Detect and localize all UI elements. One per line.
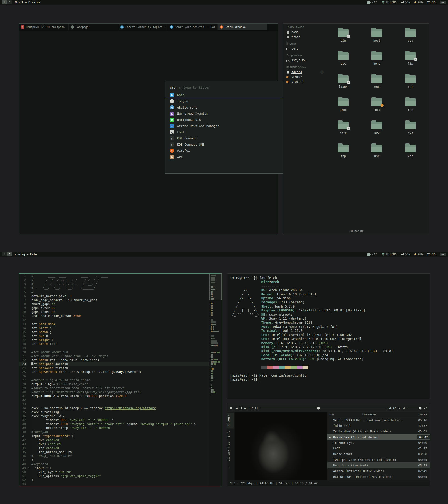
column-header-artist[interactable]: рои: [329, 413, 334, 416]
side-tab-r[interactable]: r: [227, 464, 234, 470]
playlist-row[interactable]: RAY OF HOPE (Official Music Video)03:05: [327, 474, 430, 480]
workspace-button-1[interactable]: 1: [2, 252, 6, 256]
launcher-item[interactable]: ▯KDE Connect SMS: [165, 141, 283, 148]
places-item-sdcard[interactable]: sdcard: [286, 70, 324, 74]
column-header-length[interactable]: Длина: [419, 413, 427, 416]
playlist-row[interactable]: In My Mind (Official Music Video)03:01: [327, 429, 430, 434]
playlist-header: рои Название Длина: [327, 412, 430, 417]
qbittorrent-icon: q: [170, 105, 174, 109]
launcher-item[interactable]: AArk: [165, 154, 283, 160]
code-line: 32: [19, 398, 209, 402]
folder-item[interactable]: dev: [395, 28, 426, 51]
keyboard-layout-indicator[interactable]: us: [440, 253, 446, 256]
launcher-item[interactable]: qqBittorrent: [165, 104, 283, 111]
keyboard-layout-indicator[interactable]: us: [440, 1, 446, 4]
volume-widget[interactable]: 50%: [401, 1, 410, 4]
minimap-viewport[interactable]: [209, 274, 222, 300]
code-line: 28output * bg #1E1E20 solid_color: [19, 382, 209, 386]
folder-item[interactable]: ↗sbin: [328, 120, 358, 143]
volume-slider[interactable]: [407, 408, 422, 408]
playlist-row[interactable]: Twilight Zone (Moldavite Edit/Remix)03:0…: [327, 457, 430, 463]
firefox-favicon: f: [220, 25, 223, 29]
eject-icon[interactable]: [320, 71, 324, 74]
code-text: set $up k: [31, 334, 209, 338]
playlist-row[interactable]: In Your Eyes04:00: [327, 440, 430, 445]
places-item-home[interactable]: home: [286, 30, 324, 35]
playlist-row[interactable]: [Midnight]17:57: [327, 423, 430, 428]
next-track-button[interactable]: [244, 407, 247, 409]
folder-item[interactable]: run: [395, 97, 426, 120]
browser-tab[interactable]: KLatest Community topics - KDE D: [118, 24, 168, 30]
playlist-row[interactable]: Dear Sara (#ambient)05:58: [327, 463, 430, 468]
playlist-row[interactable]: ▶Rainy Day (Official Audio)04:42: [327, 434, 430, 440]
folder-item[interactable]: home: [362, 51, 392, 74]
folder-item[interactable]: mnt: [362, 74, 392, 97]
browser-tab[interactable]: КПолярный (2019) смотреть онл: [19, 24, 69, 30]
folder-item[interactable]: ↗lib64: [328, 74, 358, 97]
column-header-title[interactable]: Название: [362, 413, 376, 416]
stop-button[interactable]: [230, 407, 232, 409]
places-item-237,5 Ги…[interactable]: 237,5 Ги…: [286, 58, 324, 63]
browser-tab[interactable]: KShare your desktop! - Communit: [168, 24, 218, 30]
playlist-row[interactable]: LOST02:25: [327, 445, 430, 451]
code-text: smart_gaps on: [31, 302, 209, 306]
browser-tab[interactable]: fНовая вкладка: [218, 24, 268, 30]
workspace-button-3[interactable]: 3: [7, 0, 12, 4]
launcher-item[interactable]: ♪fooyin: [165, 98, 283, 105]
browser-tab[interactable]: Homepage: [69, 24, 118, 30]
places-item-trash[interactable]: trash: [286, 35, 324, 39]
folder-item[interactable]: proc: [328, 97, 358, 120]
launcher-item[interactable]: ↓Xtreme Download Manager: [165, 123, 283, 129]
folder-item[interactable]: usr: [362, 143, 392, 166]
weather-widget: -4°: [367, 1, 377, 4]
launcher-item[interactable]: KДиспетчер Kvantum: [165, 111, 283, 117]
workspace-button-1[interactable]: 1: [2, 0, 6, 4]
folder-item[interactable]: etc: [328, 51, 358, 74]
launcher-search-input[interactable]: drun : type to filter: [165, 83, 283, 92]
fold-marker: [27, 438, 31, 442]
folder-item[interactable]: tmp: [328, 143, 358, 166]
playlist-row[interactable]: После дождя03:58: [327, 451, 430, 457]
folder-name: home: [373, 62, 380, 65]
folder-item[interactable]: opt: [395, 74, 426, 97]
fold-marker: [27, 322, 31, 326]
volume-icon[interactable]: [424, 407, 428, 409]
folder-item[interactable]: ↗bin: [328, 28, 358, 51]
playlist-row[interactable]: VALE - ИСКАЖЕНИЕ _ Synthwave Aesthetic…0…: [327, 417, 430, 423]
launcher-item[interactable]: KKate: [165, 92, 283, 98]
launcher-item[interactable]: QtНастройки Qt6: [165, 117, 283, 123]
folder-item[interactable]: ↗lib: [395, 51, 426, 74]
shuffle-button[interactable]: [403, 406, 405, 410]
fold-marker: [27, 330, 31, 334]
terminal-line: ---------: [230, 284, 428, 288]
volume-knob[interactable]: [419, 407, 421, 409]
side-tab-info[interactable]: Info: [227, 428, 234, 440]
terminal-window[interactable]: [mirz@arch ~]$ fastfetch mirz@arch -----…: [227, 273, 430, 399]
previous-track-button[interactable]: [235, 407, 237, 409]
launcher-item[interactable]: fFirefox: [165, 148, 283, 154]
kate-minimap[interactable]: [209, 274, 222, 486]
workspace-button-3[interactable]: 3: [7, 252, 12, 256]
folder-item[interactable]: var: [395, 143, 426, 166]
folder-item[interactable]: boot: [362, 28, 392, 51]
places-item-VTOYEFI[interactable]: VTOYEFI: [286, 79, 324, 84]
seek-knob[interactable]: [317, 407, 320, 409]
side-tab-library-tree[interactable]: Library Tree: [227, 440, 234, 464]
kate-editor[interactable]: 1# ____ ____ ____ . ____2# / / / /\ \ / …: [19, 274, 209, 486]
folder-item[interactable]: srv: [362, 120, 392, 143]
folder-item[interactable]: sys: [395, 120, 426, 143]
launcher-item[interactable]: >_Foot: [165, 129, 283, 135]
pause-button[interactable]: [240, 407, 242, 409]
folder-item[interactable]: root: [362, 97, 392, 120]
code-line: 49∨ input * {: [19, 466, 209, 470]
terminal-line: CPU: Intel(R) Core(TM) i5-8350U (8) @ 3.…: [230, 333, 428, 337]
places-item-Сеть[interactable]: Сеть: [286, 46, 324, 51]
seek-slider[interactable]: [261, 408, 385, 408]
launcher-item[interactable]: ▯KDE Connect: [165, 135, 283, 142]
volume-widget[interactable]: 50%: [401, 253, 410, 256]
repeat-button[interactable]: [398, 406, 400, 410]
side-tab-artwork[interactable]: Artwork: [227, 413, 234, 428]
places-item-VENTOY[interactable]: VENTOY: [286, 74, 324, 79]
playlist-row[interactable]: Aurora (Official Music Video)02:49: [327, 468, 430, 474]
code-line: 23set $dolphin dolphin: [19, 362, 209, 366]
